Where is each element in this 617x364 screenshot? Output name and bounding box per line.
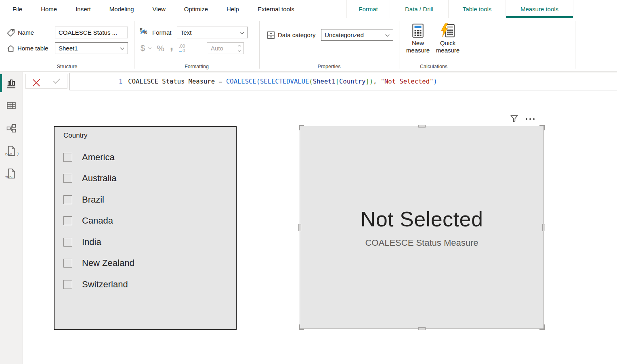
sidebar-item-tmdl-view[interactable]: TMDL [0, 162, 23, 185]
commit-formula-button[interactable] [46, 74, 67, 88]
checkbox-america[interactable] [63, 153, 72, 162]
percent-format-button[interactable]: % [157, 44, 164, 53]
tab-table-tools-label: Table tools [463, 6, 492, 13]
work-area: DAX ) TMDL [0, 72, 617, 364]
dax-formula-input[interactable]: 1COALESCE Status Measure = COALESCE(SELE… [69, 73, 617, 90]
new-measure-label-2: measure [406, 47, 430, 54]
tab-data-drill[interactable]: Data / Drill [390, 0, 448, 18]
checkbox-brazil[interactable] [63, 195, 72, 204]
decimal-places-stepper[interactable]: .00 →0 [178, 44, 185, 53]
checkbox-canada[interactable] [63, 216, 72, 225]
menu-optimize[interactable]: Optimize [175, 0, 217, 18]
formula-token: Country [339, 78, 365, 85]
formula-token: ( [256, 78, 260, 85]
quick-measure-button[interactable]: Quickmeasure [433, 23, 463, 54]
ribbon-group-calculations: Newmeasure Quickmeasure [399, 18, 575, 71]
checkbox-india[interactable] [63, 238, 72, 247]
report-canvas[interactable]: Country America Australia Brazil Canada … [23, 91, 617, 364]
tab-measure-tools-label: Measure tools [520, 6, 558, 13]
slicer-item-label[interactable]: India [82, 237, 101, 247]
measure-name-input[interactable] [55, 27, 128, 38]
data-category-icon [267, 31, 275, 40]
slicer-item-label[interactable]: New Zealand [82, 258, 134, 268]
quick-measure-label-2: measure [436, 47, 460, 54]
resize-handle-top-left[interactable] [299, 125, 304, 130]
formula-token: ) [369, 78, 373, 85]
slicer-item-india[interactable]: India [55, 232, 236, 253]
menu-view[interactable]: View [143, 0, 175, 18]
sidebar-item-report-view[interactable] [0, 72, 23, 94]
dax-label: DAX [5, 153, 12, 156]
filter-icon[interactable] [510, 115, 518, 123]
ribbon-group-structure: Name Home table Sheet1 Structure [0, 18, 134, 71]
currency-format-button[interactable]: $ [141, 44, 145, 53]
menu-home[interactable]: Home [31, 0, 66, 18]
menu-file[interactable]: File [3, 0, 31, 18]
resize-handle-right[interactable] [542, 224, 545, 231]
report-view-icon [6, 78, 17, 89]
table-view-icon [6, 100, 17, 111]
slicer-item-label[interactable]: Australia [82, 173, 117, 184]
menu-modeling[interactable]: Modeling [100, 0, 143, 18]
tag-icon [6, 28, 15, 37]
data-category-dropdown[interactable]: Uncategorized [321, 29, 393, 41]
more-options-icon[interactable] [526, 117, 535, 121]
slicer-item-australia[interactable]: Australia [55, 168, 236, 189]
resize-handle-bottom-left[interactable] [299, 324, 304, 330]
home-table-dropdown[interactable]: Sheet1 [55, 42, 128, 54]
card-visual[interactable]: Not Selected COALESCE Status Measure [300, 126, 544, 329]
format-dropdown[interactable]: Text [177, 27, 248, 38]
slicer-item-label[interactable]: Switzerland [82, 279, 128, 290]
formula-token: ] [365, 78, 369, 85]
checkbox-australia[interactable] [63, 174, 72, 183]
spinner-down-icon[interactable] [238, 48, 241, 52]
spinner-up-icon[interactable] [238, 44, 241, 48]
formula-token: ( [309, 78, 313, 85]
cancel-x-icon [33, 78, 40, 85]
decimal-auto-input[interactable]: Auto [207, 42, 244, 54]
tab-table-tools[interactable]: Table tools [448, 0, 506, 18]
quick-measure-icon [441, 23, 455, 38]
formula-line: 1COALESCE Status Measure = COALESCE(SELE… [70, 71, 437, 92]
sidebar-item-table-view[interactable] [0, 94, 23, 117]
sidebar-item-model-view[interactable] [0, 117, 23, 140]
resize-handle-bottom[interactable] [418, 327, 426, 330]
format-icon: $ % [140, 28, 150, 38]
slicer-item-new-zealand[interactable]: New Zealand [55, 253, 236, 274]
powerbi-window: File Home Insert Modeling View Optimize … [0, 0, 617, 364]
sidebar-item-dax-query-view[interactable]: DAX ) [0, 140, 23, 162]
menu-external-tools[interactable]: External tools [248, 0, 304, 18]
slicer-item-brazil[interactable]: Brazil [55, 189, 236, 210]
resize-handle-bottom-right[interactable] [539, 324, 545, 330]
slicer-item-switzerland[interactable]: Switzerland [55, 274, 236, 295]
dax-formula-bar: 1COALESCE Status Measure = COALESCE(SELE… [23, 72, 617, 91]
visual-header [510, 115, 535, 123]
resize-handle-left[interactable] [298, 224, 301, 231]
tab-format[interactable]: Format [346, 0, 390, 18]
slicer-item-canada[interactable]: Canada [55, 210, 236, 231]
new-measure-button[interactable]: Newmeasure [403, 23, 433, 54]
menu-help[interactable]: Help [217, 0, 248, 18]
country-slicer-visual[interactable]: Country America Australia Brazil Canada … [54, 126, 237, 330]
group-label-structure: Structure [0, 64, 134, 69]
slicer-item-label[interactable]: Brazil [82, 195, 104, 205]
checkbox-switzerland[interactable] [63, 280, 72, 289]
card-caption: COALESCE Status Measure [365, 238, 478, 248]
spinner-control[interactable] [235, 44, 243, 53]
group-label-formatting: Formatting [134, 64, 259, 69]
card-value: Not Selected [361, 207, 483, 231]
slicer-item-america[interactable]: America [55, 147, 236, 168]
menu-insert[interactable]: Insert [66, 0, 100, 18]
thousands-separator-button[interactable]: , [170, 44, 173, 48]
checkbox-new-zealand[interactable] [63, 259, 72, 268]
cancel-formula-button[interactable] [26, 74, 46, 88]
tab-measure-tools[interactable]: Measure tools [506, 0, 573, 18]
currency-dropdown-chevron[interactable] [148, 46, 151, 49]
formula-token: SELECTEDVALUE [260, 78, 309, 85]
slicer-item-label[interactable]: Canada [82, 215, 113, 226]
slicer-item-label[interactable]: America [82, 152, 115, 163]
new-measure-icon [411, 23, 425, 38]
home-table-label: Home table [17, 45, 48, 52]
resize-handle-top[interactable] [418, 125, 426, 128]
resize-handle-top-right[interactable] [539, 125, 545, 130]
